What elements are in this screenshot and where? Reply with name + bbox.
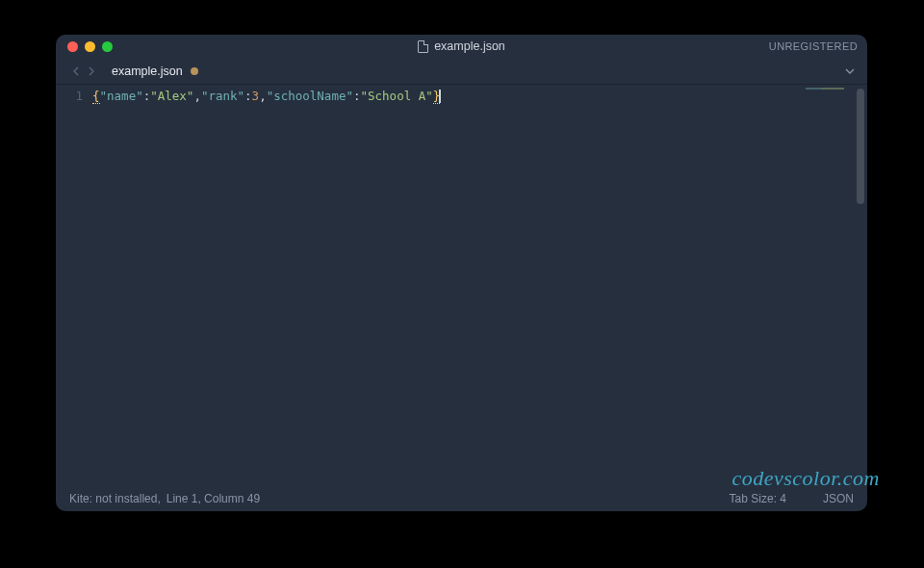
nav-back-button[interactable] bbox=[71, 66, 81, 76]
text-cursor bbox=[439, 90, 441, 103]
comma: , bbox=[193, 89, 201, 103]
syntax-selector[interactable]: JSON bbox=[823, 492, 854, 505]
code-content[interactable]: {"name":"Alex","rank":3,"schoolName":"Sc… bbox=[92, 85, 800, 486]
kite-status[interactable]: Kite: not installed, bbox=[69, 492, 161, 505]
json-string: "School A" bbox=[361, 89, 433, 103]
colon: : bbox=[353, 89, 361, 103]
maximize-window-button[interactable] bbox=[102, 41, 113, 52]
tab-size-selector[interactable]: Tab Size: 4 bbox=[730, 492, 786, 505]
window-controls bbox=[56, 41, 113, 52]
watermark: codevscolor.com bbox=[732, 466, 880, 491]
json-number: 3 bbox=[252, 89, 260, 103]
nav-forward-button[interactable] bbox=[87, 66, 96, 76]
editor-window: example.json UNREGISTERED example.json 1… bbox=[56, 35, 867, 511]
nav-arrows bbox=[56, 66, 106, 76]
scrollbar-track[interactable] bbox=[857, 89, 864, 482]
gutter: 1 bbox=[56, 85, 92, 486]
tab-example-json[interactable]: example.json bbox=[106, 65, 204, 78]
colon: : bbox=[244, 89, 252, 103]
window-title: example.json bbox=[434, 39, 505, 53]
dirty-indicator-icon bbox=[191, 67, 198, 75]
editor-area[interactable]: 1 {"name":"Alex","rank":3,"schoolName":"… bbox=[56, 85, 867, 486]
status-right: Tab Size: 4 JSON bbox=[730, 492, 854, 505]
scrollbar-thumb[interactable] bbox=[857, 89, 864, 204]
line-number: 1 bbox=[56, 89, 83, 103]
json-key: "schoolName" bbox=[267, 89, 353, 103]
status-left: Kite: not installed, Line 1, Column 49 bbox=[69, 492, 712, 505]
brace-open: { bbox=[92, 89, 100, 104]
comma: , bbox=[259, 89, 267, 103]
registration-status: UNREGISTERED bbox=[769, 40, 858, 52]
file-icon bbox=[418, 40, 428, 53]
tab-label: example.json bbox=[112, 65, 183, 78]
minimap-content bbox=[806, 88, 844, 90]
json-key: "name" bbox=[100, 89, 143, 103]
titlebar: example.json UNREGISTERED bbox=[56, 35, 867, 58]
json-string: "Alex" bbox=[150, 89, 193, 103]
json-key: "rank" bbox=[201, 89, 244, 103]
minimize-window-button[interactable] bbox=[85, 41, 95, 52]
close-window-button[interactable] bbox=[67, 41, 78, 52]
cursor-position[interactable]: Line 1, Column 49 bbox=[167, 492, 260, 505]
title-center: example.json bbox=[56, 39, 867, 53]
tabbar: example.json bbox=[56, 58, 867, 85]
tab-overflow-button[interactable] bbox=[844, 67, 856, 75]
